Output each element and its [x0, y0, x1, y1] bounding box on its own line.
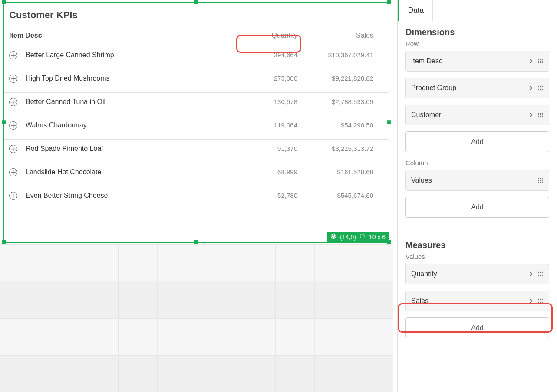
svg-point-43 — [538, 274, 539, 274]
resize-handle-top-mid[interactable] — [194, 0, 198, 4]
cell-sales: $545,674.60 — [303, 192, 379, 199]
chevron-right-icon — [529, 112, 533, 118]
table-row[interactable]: Better Large Canned Shrimp394,664$10,367… — [4, 46, 389, 69]
cell-sales: $161,528.68 — [303, 168, 379, 176]
add-column-dimension-button[interactable]: Add — [405, 197, 549, 218]
svg-point-50 — [540, 299, 541, 300]
table-row[interactable]: Red Spade Pimento Loaf91,370$3,215,313.7… — [4, 140, 389, 163]
svg-point-2 — [333, 236, 334, 237]
svg-point-48 — [542, 275, 543, 276]
svg-point-24 — [542, 113, 543, 114]
svg-point-4 — [538, 59, 539, 60]
tab-data[interactable]: Data — [398, 0, 433, 21]
drag-grip-icon[interactable] — [537, 271, 544, 277]
svg-point-49 — [538, 299, 539, 300]
dimension-column-pill[interactable]: Values — [405, 170, 549, 191]
svg-point-27 — [542, 114, 543, 115]
svg-point-53 — [540, 301, 541, 301]
dimension-row-pill[interactable]: Item Desc — [405, 51, 549, 72]
chevron-right-icon — [529, 85, 533, 91]
row-subtitle: Row — [405, 40, 549, 47]
table-row[interactable]: High Top Dried Mushrooms275,000$9,221,82… — [4, 69, 389, 93]
chart-title[interactable]: Customer KPIs — [4, 3, 389, 25]
resize-handle-mid-left[interactable] — [2, 121, 6, 124]
chevron-right-icon — [529, 271, 533, 277]
column-divider — [230, 33, 230, 242]
pill-label: Product Group — [411, 84, 456, 92]
dimension-row-pill[interactable]: Customer — [405, 105, 549, 125]
selected-object-frame[interactable]: Customer KPIs Item Desc Quantity Sales B… — [3, 2, 389, 243]
resize-handle-top-left[interactable] — [2, 0, 6, 4]
cell-quantity: 119,064 — [224, 121, 303, 129]
table-row[interactable]: Walrus Chardonnay119,064$54,290.50 — [4, 116, 389, 140]
svg-point-35 — [540, 180, 541, 181]
cell-sales: $3,215,313.72 — [303, 145, 379, 152]
column-header-item-desc[interactable]: Item Desc — [9, 32, 224, 39]
cell-sales: $2,788,533.09 — [303, 98, 379, 105]
cell-quantity: 130,978 — [224, 98, 303, 105]
svg-point-8 — [540, 61, 541, 62]
svg-point-17 — [540, 88, 541, 88]
drag-grip-icon[interactable] — [537, 298, 544, 304]
table-row[interactable]: Landslide Hot Chocolate68,999$161,528.68 — [4, 163, 389, 186]
svg-point-55 — [538, 302, 539, 303]
table-row[interactable]: Better Canned Tuna in Oil130,978$2,788,5… — [4, 93, 389, 116]
selection-size: 10 x 6 — [369, 234, 386, 241]
pill-label: Sales — [411, 297, 428, 305]
dimension-row-pill[interactable]: Product Group — [405, 78, 549, 98]
expand-icon[interactable] — [9, 121, 17, 130]
cell-item-desc: Walrus Chardonnay — [26, 121, 224, 129]
table-header-row: Item Desc Quantity Sales — [4, 25, 389, 46]
add-row-dimension-button[interactable]: Add — [405, 131, 549, 152]
svg-point-54 — [542, 301, 543, 301]
cell-quantity: 394,664 — [224, 51, 303, 59]
svg-point-5 — [540, 59, 541, 60]
drag-grip-icon[interactable] — [537, 85, 544, 91]
svg-point-42 — [542, 272, 543, 273]
add-measure-button[interactable]: Add — [405, 317, 549, 338]
svg-point-57 — [542, 302, 543, 303]
measure-pill[interactable]: Quantity — [405, 264, 549, 284]
svg-point-6 — [542, 59, 543, 60]
cell-quantity: 52,780 — [224, 192, 303, 199]
pill-label: Item Desc — [411, 57, 442, 65]
svg-point-9 — [542, 61, 543, 62]
resize-handle-mid-right[interactable] — [387, 121, 391, 124]
table-row[interactable]: Even Better String Cheese52,780$545,674.… — [4, 186, 389, 209]
values-subtitle: Values — [405, 253, 549, 260]
cell-quantity: 68,999 — [224, 168, 303, 176]
svg-point-29 — [540, 116, 541, 117]
column-header-sales[interactable]: Sales — [303, 32, 379, 39]
resize-handle-bot-mid[interactable] — [194, 240, 198, 244]
resize-handle-top-right[interactable] — [387, 0, 391, 4]
svg-point-11 — [540, 62, 541, 63]
expand-icon[interactable] — [9, 75, 17, 83]
svg-point-52 — [538, 301, 539, 301]
expand-icon[interactable] — [9, 145, 17, 153]
svg-point-13 — [538, 86, 539, 87]
expand-icon[interactable] — [9, 98, 17, 106]
drag-grip-icon[interactable] — [537, 58, 544, 64]
pill-label: Quantity — [411, 270, 437, 278]
measure-pill[interactable]: Sales — [405, 291, 549, 311]
column-header-quantity[interactable]: Quantity — [224, 32, 303, 39]
svg-point-51 — [542, 299, 543, 300]
drag-grip-icon[interactable] — [537, 177, 544, 183]
drag-grip-icon[interactable] — [537, 112, 544, 118]
dimensions-title: Dimensions — [405, 27, 549, 37]
sheet-grid-background — [0, 244, 393, 392]
cell-item-desc: Better Large Canned Shrimp — [26, 51, 224, 59]
svg-point-23 — [540, 113, 541, 114]
cell-sales: $9,221,828.82 — [303, 75, 379, 82]
pivot-table: Item Desc Quantity Sales Better Large Ca… — [4, 25, 389, 209]
column-subtitle: Column — [405, 159, 549, 167]
svg-rect-3 — [360, 235, 365, 238]
expand-icon[interactable] — [9, 168, 17, 176]
svg-point-18 — [542, 88, 543, 88]
resize-handle-bot-left[interactable] — [2, 240, 6, 244]
expand-icon[interactable] — [9, 51, 17, 59]
svg-point-45 — [542, 274, 543, 274]
expand-icon[interactable] — [9, 192, 17, 200]
svg-point-26 — [540, 114, 541, 115]
svg-point-39 — [542, 182, 543, 183]
